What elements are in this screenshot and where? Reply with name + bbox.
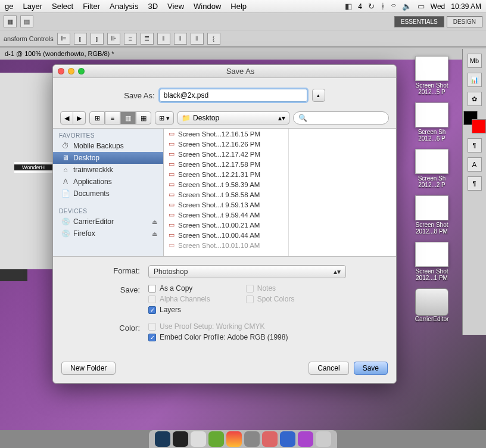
- file-row[interactable]: ▭Screen Shot...12.16.26 PM: [164, 139, 288, 149]
- tool-button[interactable]: ▦: [4, 15, 17, 27]
- align-button[interactable]: ⫿: [91, 33, 104, 45]
- dock-app[interactable]: [191, 431, 206, 447]
- minimize-icon[interactable]: [68, 68, 74, 74]
- column-view-button[interactable]: ▥: [120, 111, 136, 125]
- notification-badge[interactable]: 4: [358, 2, 362, 11]
- file-column[interactable]: ▭Screen Shot...12.16.15 PM ▭Screen Shot.…: [164, 129, 289, 256]
- file-row[interactable]: ▭Screen Shot...12.16.15 PM: [164, 129, 288, 139]
- dock-app[interactable]: [298, 431, 313, 447]
- sidebar: FAVORITES ⏱Mobile Backups 🖥Desktop ⌂trai…: [53, 129, 164, 256]
- cancel-button[interactable]: Cancel: [309, 362, 348, 375]
- desktop-file[interactable]: Screen Shot2012...1 PM: [406, 242, 457, 281]
- new-folder-button[interactable]: New Folder: [61, 362, 116, 375]
- dock-app-photoshop[interactable]: [155, 431, 170, 447]
- menu-item[interactable]: Select: [52, 2, 73, 11]
- panel-icon[interactable]: ✿: [468, 92, 482, 106]
- dock-app-chrome[interactable]: [226, 431, 242, 447]
- desktop-file[interactable]: Screen Shot2012...5 P: [406, 56, 457, 95]
- desktop-file[interactable]: Screen Sh2012...6 P: [406, 102, 457, 142]
- file-row[interactable]: ▭Screen Shot...12.17.42 PM: [164, 149, 288, 159]
- battery-icon[interactable]: ▭: [418, 2, 425, 11]
- sidebar-item-carriereditor[interactable]: 💿CarrierEditor⏏: [53, 216, 163, 228]
- menu-item[interactable]: ge: [5, 2, 13, 11]
- zoom-icon[interactable]: [78, 68, 85, 74]
- file-row[interactable]: ▭Screen Shot...12.21.31 PM: [164, 169, 288, 179]
- file-row[interactable]: ▭Screen Shot...10.00.21 AM: [164, 220, 288, 230]
- menu-item[interactable]: Window: [194, 2, 221, 11]
- menu-item[interactable]: View: [167, 2, 184, 11]
- workspace-design[interactable]: DESIGN: [447, 16, 482, 27]
- align-button[interactable]: ⊫: [57, 33, 70, 45]
- color-swatch-icon[interactable]: [463, 111, 486, 133]
- icon-view-button[interactable]: ⊞: [89, 111, 105, 125]
- desktop-file[interactable]: Screen Sh2012...2 P: [406, 149, 457, 188]
- list-view-button[interactable]: ≡: [105, 111, 120, 125]
- desktop-disk[interactable]: CarrierEditor: [406, 288, 457, 322]
- distribute-button[interactable]: ⦀: [191, 33, 204, 45]
- desktop-file[interactable]: Screen Shot2012...8 PM: [406, 195, 457, 235]
- file-row[interactable]: ▭Screen Shot...t 9.58.58 AM: [164, 189, 288, 200]
- as-copy-checkbox[interactable]: [148, 285, 156, 293]
- menu-item[interactable]: Layer: [23, 2, 42, 11]
- workspace-essentials[interactable]: ESSENTIALS: [394, 16, 444, 27]
- back-button[interactable]: ◀: [60, 111, 73, 125]
- panel-icon[interactable]: ¶: [468, 176, 482, 191]
- layers-checkbox[interactable]: ✓: [148, 306, 156, 314]
- eject-icon[interactable]: ⏏: [152, 219, 157, 225]
- distribute-button[interactable]: ⦀: [157, 33, 170, 45]
- dock-app-spotify[interactable]: [208, 431, 224, 447]
- sidebar-item-home[interactable]: ⌂trainwreckkk: [53, 164, 163, 176]
- timemachine-icon[interactable]: ↻: [368, 2, 375, 11]
- distribute-button[interactable]: ⦀: [174, 33, 187, 45]
- location-select[interactable]: 📁 Desktop ▴▾: [177, 111, 289, 125]
- distribute-button[interactable]: ⦚: [207, 33, 220, 45]
- dialog-titlebar[interactable]: Save As: [53, 65, 396, 78]
- filename-input[interactable]: [160, 89, 307, 102]
- panel-icon[interactable]: A: [468, 157, 482, 172]
- bluetooth-icon[interactable]: ᚼ: [381, 2, 385, 11]
- file-row[interactable]: ▭Screen Shot...t 9.58.39 AM: [164, 179, 288, 189]
- dock-app[interactable]: [173, 431, 188, 447]
- file-row[interactable]: ▭Screen Shot...10.00.44 AM: [164, 230, 288, 240]
- menu-item[interactable]: Filter: [83, 2, 100, 11]
- search-input[interactable]: 🔍: [293, 111, 389, 125]
- eject-icon[interactable]: ⏏: [152, 231, 157, 237]
- file-row[interactable]: ▭Screen Shot...10.01.10 AM: [164, 240, 288, 250]
- panel-icon[interactable]: 📊: [468, 73, 482, 87]
- panel-icon[interactable]: Mb: [468, 54, 482, 68]
- align-button[interactable]: ⫿: [74, 33, 87, 45]
- clock-time[interactable]: 10:39 AM: [451, 2, 481, 11]
- align-button[interactable]: ≣: [141, 33, 154, 45]
- dock-app[interactable]: [316, 431, 331, 447]
- align-button[interactable]: ≡: [124, 33, 137, 45]
- menu-item[interactable]: Help: [230, 2, 247, 11]
- dock-app[interactable]: [280, 431, 295, 447]
- wifi-icon[interactable]: ⌔: [391, 2, 396, 11]
- forward-button[interactable]: ▶: [73, 111, 86, 125]
- sidebar-item-mobile-backups[interactable]: ⏱Mobile Backups: [53, 140, 163, 152]
- sidebar-item-desktop[interactable]: 🖥Desktop: [53, 152, 163, 164]
- sidebar-item-firefox[interactable]: 💿Firefox⏏: [53, 228, 163, 239]
- panel-icon[interactable]: ¶: [468, 138, 482, 153]
- file-row[interactable]: ▭Screen Shot...t 9.59.13 AM: [164, 200, 288, 210]
- arrange-button[interactable]: ⊞ ▾: [155, 111, 174, 125]
- dock-app[interactable]: [244, 431, 260, 447]
- dock-app[interactable]: [262, 431, 278, 447]
- coverflow-view-button[interactable]: ▦: [136, 111, 151, 125]
- sidebar-item-documents[interactable]: 📄Documents: [53, 188, 163, 200]
- close-icon[interactable]: [58, 68, 64, 74]
- clock-day[interactable]: Wed: [431, 2, 445, 11]
- sidebar-item-applications[interactable]: AApplications: [53, 176, 163, 188]
- file-row[interactable]: ▭Screen Shot...t 9.59.44 AM: [164, 210, 288, 220]
- align-button[interactable]: ⊪: [107, 33, 120, 45]
- menu-item[interactable]: Analysis: [110, 2, 138, 11]
- menu-item[interactable]: 3D: [148, 2, 158, 11]
- format-select[interactable]: Photoshop▴▾: [148, 265, 346, 278]
- file-row[interactable]: ▭Screen Shot...12.17.58 PM: [164, 159, 288, 169]
- save-button[interactable]: Save: [354, 362, 388, 375]
- tool-button[interactable]: ▤: [20, 15, 33, 27]
- dock[interactable]: [149, 430, 337, 448]
- expand-button[interactable]: ▴: [312, 89, 325, 102]
- volume-icon[interactable]: 🔈: [402, 2, 412, 11]
- embed-profile-checkbox[interactable]: ✓: [148, 334, 156, 341]
